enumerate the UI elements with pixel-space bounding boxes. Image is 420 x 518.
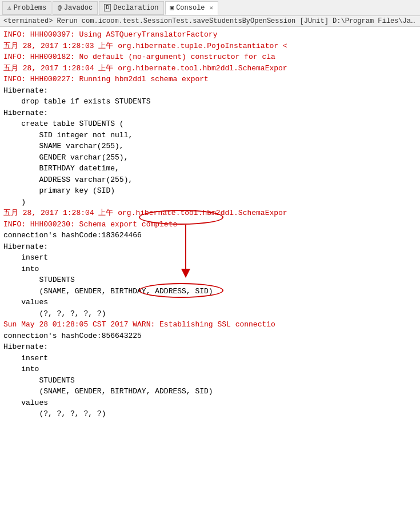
tab-declaration-label: Declaration: [113, 4, 158, 12]
console-line: create table STUDENTS (: [3, 118, 417, 130]
tab-problems-label: Problems: [14, 4, 47, 12]
tab-console[interactable]: ▣ Console ✕: [165, 1, 219, 15]
console-line: 五月 28, 2017 1:28:04 上午 org.hibernate.too…: [3, 208, 417, 219]
tab-declaration[interactable]: D Declaration: [99, 1, 163, 15]
console-line: Hibernate:: [3, 341, 417, 353]
console-line: STUDENTS: [3, 274, 417, 286]
console-line: Hibernate:: [3, 85, 417, 97]
console-line: 五月 28, 2017 1:28:03 上午 org.hibernate.tup…: [3, 41, 417, 52]
tab-bar: ⚠ Problems @ Javadoc D Declaration ▣ Con…: [0, 0, 420, 16]
console-line: SID integer not null,: [3, 130, 417, 141]
console-line: (?, ?, ?, ?, ?): [3, 408, 417, 420]
console-line: into: [3, 364, 417, 375]
console-line: INFO: HHH000397: Using ASTQueryTranslato…: [3, 29, 417, 41]
tab-console-label: Console: [176, 4, 205, 12]
console-output[interactable]: INFO: HHH000397: Using ASTQueryTranslato…: [0, 27, 420, 515]
problems-icon: ⚠: [7, 4, 11, 11]
console-icon: ▣: [170, 4, 174, 11]
console-line: INFO: HHH000230: Schema export complete: [3, 219, 417, 230]
console-line: values: [3, 397, 417, 409]
console-line: (?, ?, ?, ?, ?): [3, 308, 417, 320]
declaration-icon: D: [104, 4, 111, 11]
console-line: STUDENTS: [3, 375, 417, 386]
console-line: INFO: HHH000227: Running hbm2ddl schema …: [3, 74, 417, 85]
console-line: ADDRESS varchar(255),: [3, 174, 417, 186]
console-line: (SNAME, GENDER, BIRTHDAY, ADDRESS, SID): [3, 286, 417, 297]
javadoc-icon: @: [58, 5, 62, 11]
console-line: connection's hashCode:183624466: [3, 230, 417, 241]
console-close-icon[interactable]: ✕: [210, 4, 214, 11]
console-line: SNAME varchar(255),: [3, 141, 417, 152]
status-bar: <terminated> Rerun com.icoom.test.Sessio…: [0, 16, 420, 27]
console-line: Hibernate:: [3, 241, 417, 253]
console-line: ): [3, 197, 417, 208]
console-line: connection's hashCode:856643225: [3, 330, 417, 342]
console-line: BIRTHDAY datetime,: [3, 163, 417, 174]
console-line: insert: [3, 252, 417, 264]
console-line: drop table if exists STUDENTS: [3, 96, 417, 107]
console-line: 五月 28, 2017 1:28:04 上午 org.hibernate.too…: [3, 63, 417, 74]
console-line: INFO: HHH000182: No default (no-argument…: [3, 51, 417, 63]
console-line: Hibernate:: [3, 107, 417, 119]
console-line: (SNAME, GENDER, BIRTHDAY, ADDRESS, SID): [3, 386, 417, 397]
tab-problems[interactable]: ⚠ Problems: [2, 1, 51, 15]
tab-javadoc-label: Javadoc: [64, 4, 93, 12]
console-line: GENDER varchar(255),: [3, 152, 417, 164]
console-line: insert: [3, 353, 417, 364]
console-line: into: [3, 264, 417, 275]
tab-javadoc[interactable]: @ Javadoc: [53, 1, 98, 15]
console-line: primary key (SID): [3, 185, 417, 197]
console-line: Sun May 28 01:28:05 CST 2017 WARN: Estab…: [3, 319, 417, 330]
console-line: values: [3, 297, 417, 308]
console-container: INFO: HHH000397: Using ASTQueryTranslato…: [0, 27, 420, 515]
